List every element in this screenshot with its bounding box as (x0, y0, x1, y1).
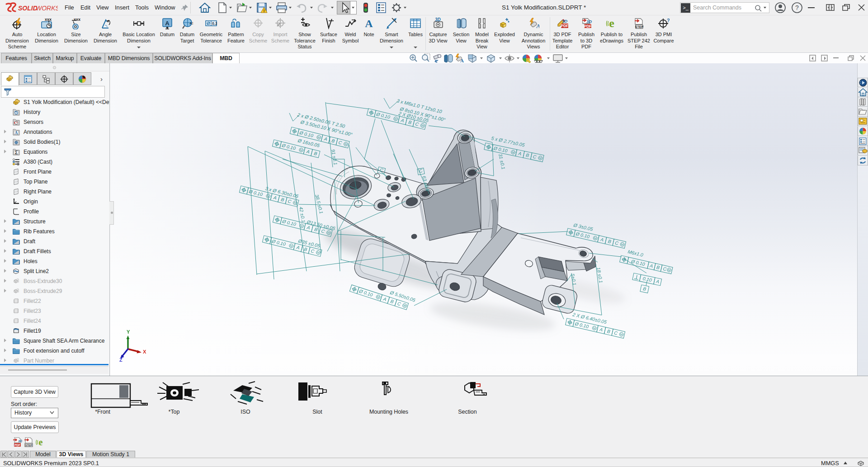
svg-text:A: A (460, 58, 464, 63)
svg-text:SOLID: SOLID (18, 5, 38, 12)
svg-text:M6x1.0: M6x1.0 (627, 249, 644, 258)
svg-text:C: C (419, 168, 423, 174)
svg-text:A: A (273, 195, 277, 201)
svg-text:xxx: xxx (45, 17, 52, 22)
svg-text:C: C (613, 330, 618, 336)
svg-text:M: M (317, 251, 320, 255)
svg-text:M: M (394, 117, 397, 121)
svg-text:A: A (306, 225, 311, 231)
svg-text:Ø 0.10: Ø 0.10 (271, 239, 286, 247)
svg-text:B: B (280, 197, 284, 202)
svg-text:B: B (525, 152, 529, 158)
svg-text:A1: A1 (189, 21, 193, 25)
svg-text:C: C (311, 248, 315, 254)
svg-text:A: A (382, 296, 387, 302)
svg-text:B: B (314, 226, 318, 232)
svg-text:B: B (390, 299, 394, 305)
svg-text:A: A (306, 149, 310, 155)
svg-text:A: A (365, 18, 373, 29)
svg-text:B: B (331, 138, 335, 143)
svg-text:M: M (539, 156, 542, 160)
svg-text:Ø 0.10: Ø 0.10 (281, 219, 297, 227)
svg-text:42 ±0.1: 42 ±0.1 (298, 206, 307, 223)
svg-text:Ø35 ±0.05: Ø35 ±0.05 (297, 238, 321, 249)
svg-text:C: C (415, 121, 420, 127)
svg-text:A: A (655, 279, 660, 284)
svg-text:A: A (296, 245, 300, 250)
svg-text:Z: Z (119, 357, 123, 363)
svg-text:X: X (143, 349, 146, 354)
svg-text:?: ? (795, 4, 799, 11)
svg-text:M: M (620, 332, 623, 336)
svg-text:M: M (377, 295, 380, 299)
svg-text:A: A (15, 131, 18, 135)
svg-text:Ø 0.10: Ø 0.10 (298, 130, 314, 138)
svg-text:Ø 0.10: Ø 0.10 (358, 288, 373, 297)
svg-text:M: M (403, 304, 406, 307)
svg-text:?: ? (667, 18, 670, 23)
svg-text:B: B (408, 119, 412, 125)
svg-text:Ø13.50 ±0.05: Ø13.50 ±0.05 (306, 219, 336, 231)
svg-text:A: A (599, 327, 603, 333)
svg-text:M: M (621, 242, 624, 246)
svg-text:e: e (609, 17, 614, 29)
svg-text:C: C (533, 154, 537, 160)
svg-text:A: A (649, 263, 653, 269)
svg-text:A: A (599, 237, 604, 243)
svg-text:0.3: 0.3 (212, 21, 217, 26)
svg-text:A: A (536, 23, 539, 29)
svg-text:M: M (421, 124, 425, 127)
svg-text:B: B (656, 264, 660, 270)
svg-text:Ø 16±0.05: Ø 16±0.05 (297, 137, 321, 148)
svg-text:xxx: xxx (74, 17, 80, 22)
svg-text:Σ: Σ (15, 150, 18, 155)
svg-text:M: M (300, 224, 303, 228)
svg-text:Ø 0.10: Ø 0.10 (281, 143, 296, 151)
svg-text:Ø 0.10: Ø 0.10 (574, 321, 590, 329)
svg-text:M: M (512, 151, 515, 154)
svg-text:Y: Y (127, 329, 130, 335)
svg-text:B: B (608, 239, 612, 244)
svg-text:3D: 3D (18, 439, 22, 443)
svg-text:A: A (165, 20, 170, 27)
svg-text:Ø 0.10: Ø 0.10 (493, 146, 508, 153)
svg-text:M: M (300, 148, 303, 152)
svg-text:A: A (518, 151, 522, 156)
svg-text:C: C (321, 228, 326, 234)
svg-text:31 ±0.1: 31 ±0.1 (498, 153, 506, 170)
svg-text:M: M (317, 136, 321, 139)
svg-text:3D: 3D (562, 19, 567, 24)
svg-text:B: B (607, 329, 611, 334)
svg-text:STEP: STEP (635, 25, 644, 28)
svg-text:PDF: PDF (584, 24, 592, 28)
svg-text:M: M (668, 268, 671, 272)
svg-text:Ø 0.10: Ø 0.10 (375, 112, 391, 120)
svg-text:C: C (338, 140, 343, 146)
svg-text:Ø 0.10: Ø 0.10 (630, 259, 646, 267)
svg-text:B: B (303, 246, 307, 252)
svg-text:A: A (400, 118, 405, 123)
svg-text:M: M (344, 142, 348, 146)
svg-text:PDF: PDF (561, 24, 569, 28)
svg-text:PDF: PDF (14, 443, 20, 447)
svg-text:0.10: 0.10 (642, 276, 652, 283)
svg-text:Ø 0.10: Ø 0.10 (575, 231, 590, 239)
svg-text:M: M (593, 326, 596, 330)
svg-text:WORKS: WORKS (36, 5, 58, 12)
svg-text:A: A (323, 136, 328, 142)
svg-text:STEP: STEP (25, 444, 33, 447)
svg-text:B: B (313, 151, 317, 156)
svg-text:3D: 3D (586, 19, 592, 24)
svg-text:C: C (288, 198, 292, 204)
svg-text:C: C (663, 266, 667, 272)
svg-text:C: C (614, 240, 619, 246)
svg-text:C: C (397, 301, 402, 307)
svg-text:Ø 0.10: Ø 0.10 (248, 189, 263, 197)
svg-text:B: B (642, 286, 646, 292)
svg-text:e: e (39, 437, 43, 447)
svg-text:M: M (290, 244, 293, 248)
svg-text:M: M (594, 236, 597, 240)
svg-text:!: ! (264, 9, 265, 13)
